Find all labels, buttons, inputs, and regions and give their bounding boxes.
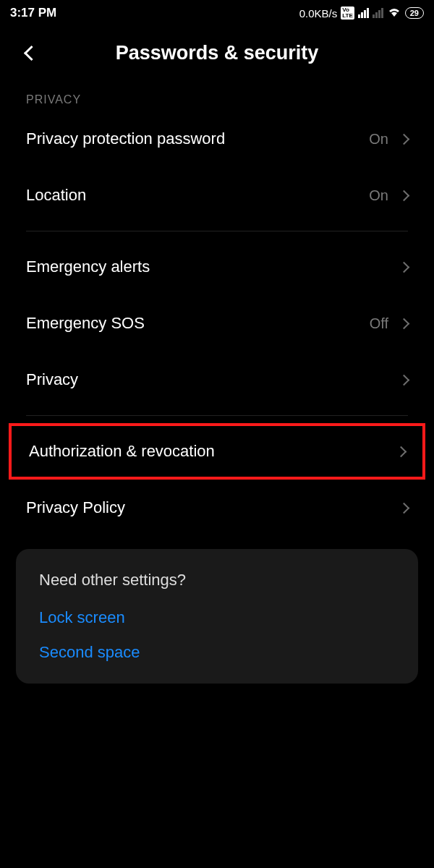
status-speed: 0.0KB/s bbox=[299, 7, 338, 20]
other-settings-title: Need other settings? bbox=[39, 571, 395, 590]
divider bbox=[26, 415, 408, 416]
link-second-space[interactable]: Second space bbox=[39, 643, 395, 662]
chevron-right-icon bbox=[399, 133, 410, 145]
header: Passwords & security bbox=[0, 23, 434, 76]
volte-icon: VoLTE bbox=[341, 7, 354, 20]
row-privacy[interactable]: Privacy bbox=[0, 352, 434, 408]
row-emergency-alerts[interactable]: Emergency alerts bbox=[0, 239, 434, 295]
battery-icon: 29 bbox=[405, 7, 424, 19]
chevron-right-icon bbox=[399, 374, 410, 386]
chevron-right-icon bbox=[396, 446, 407, 457]
row-emergency-sos[interactable]: Emergency SOS Off bbox=[0, 295, 434, 352]
chevron-right-icon bbox=[399, 318, 410, 329]
page-title: Passwords & security bbox=[14, 42, 420, 64]
row-label: Authorization & revocation bbox=[29, 442, 215, 461]
chevron-right-icon bbox=[399, 190, 410, 201]
chevron-right-icon bbox=[399, 502, 410, 514]
signal-icon bbox=[358, 8, 369, 18]
row-privacy-protection[interactable]: Privacy protection password On bbox=[0, 111, 434, 167]
row-privacy-policy[interactable]: Privacy Policy bbox=[0, 480, 434, 536]
row-label: Location bbox=[26, 186, 86, 205]
link-lock-screen[interactable]: Lock screen bbox=[39, 608, 395, 627]
status-bar: 3:17 PM 0.0KB/s VoLTE 29 bbox=[0, 0, 434, 23]
row-authorization-revocation[interactable]: Authorization & revocation bbox=[9, 423, 425, 480]
row-location[interactable]: Location On bbox=[0, 167, 434, 224]
signal-icon-2 bbox=[373, 8, 383, 18]
chevron-right-icon bbox=[399, 261, 410, 273]
section-privacy-label: PRIVACY bbox=[0, 76, 434, 111]
status-time: 3:17 PM bbox=[10, 6, 56, 20]
row-label: Emergency SOS bbox=[26, 314, 145, 333]
status-right: 0.0KB/s VoLTE 29 bbox=[299, 7, 424, 20]
row-value: On bbox=[369, 187, 388, 204]
row-label: Privacy bbox=[26, 370, 78, 389]
wifi-icon bbox=[387, 7, 401, 20]
row-value: Off bbox=[370, 315, 388, 332]
divider bbox=[26, 231, 408, 231]
row-label: Privacy protection password bbox=[26, 129, 225, 148]
row-label: Emergency alerts bbox=[26, 258, 150, 276]
row-value: On bbox=[369, 131, 388, 148]
row-label: Privacy Policy bbox=[26, 498, 125, 517]
other-settings-card: Need other settings? Lock screen Second … bbox=[16, 549, 418, 684]
